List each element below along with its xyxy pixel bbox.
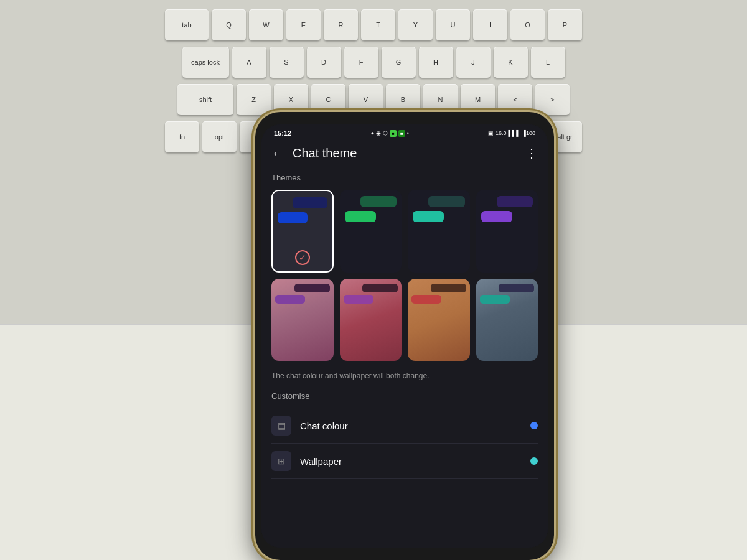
theme-photo2-msg-top <box>362 284 398 292</box>
signal-bars: ▌▌▌ <box>508 130 520 136</box>
key-z: Z <box>237 84 271 115</box>
key-j: J <box>456 47 491 78</box>
themes-section-label: Themes <box>271 173 538 182</box>
theme-dark-msg-top <box>293 197 327 208</box>
key-l: L <box>531 47 565 78</box>
theme-photo-pink-red[interactable] <box>340 279 402 362</box>
wifi-icon: ● <box>371 130 374 136</box>
key-a: A <box>232 47 266 78</box>
theme-purple[interactable] <box>476 190 538 273</box>
status-time: 15:12 <box>274 129 291 137</box>
status-icons: ● ◉ ⬡ ■ ■ • <box>371 130 409 137</box>
chat-colour-dot <box>530 422 538 429</box>
themes-grid: ✓ <box>271 190 538 361</box>
title-bar: ← Chat theme ⋮ <box>261 139 548 167</box>
battery-green2: ■ <box>398 130 405 137</box>
theme-dark[interactable]: ✓ <box>271 190 334 273</box>
theme-green-msg-bottom <box>345 211 376 222</box>
theme-green[interactable] <box>340 190 402 273</box>
key-lt: < <box>498 84 532 115</box>
key-h: H <box>419 47 453 78</box>
theme-photo3-msg-bottom <box>411 295 441 304</box>
key-t: T <box>361 9 395 40</box>
key-tab: tab <box>165 9 209 40</box>
key-k: K <box>494 47 528 78</box>
theme-teal-msg-bottom <box>413 211 444 222</box>
key-d: D <box>307 47 341 78</box>
selected-checkmark: ✓ <box>295 250 310 265</box>
chat-colour-label: Chat colour <box>300 421 530 431</box>
key-opt: opt <box>202 121 237 152</box>
key-capslock: caps lock <box>182 47 229 78</box>
key-u: U <box>436 9 470 40</box>
phone-screen: 15:12 ● ◉ ⬡ ■ ■ • ▣ 16.0 ▌▌▌ ▐100 ← Chat… <box>261 124 548 548</box>
key-f: F <box>344 47 378 78</box>
back-button[interactable]: ← <box>271 146 284 161</box>
key-w: W <box>249 9 283 40</box>
theme-photo1-msg-bottom <box>275 295 305 304</box>
key-n: N <box>423 84 458 115</box>
key-shift: shift <box>177 84 233 115</box>
key-b: B <box>386 84 420 115</box>
theme-photo-coastal[interactable] <box>476 279 538 362</box>
theme-photo4-msg-bottom <box>480 295 510 304</box>
theme-photo3-msg-top <box>431 284 466 292</box>
phone-device: 15:12 ● ◉ ⬡ ■ ■ • ▣ 16.0 ▌▌▌ ▐100 ← Chat… <box>255 112 554 560</box>
theme-photo1-msg-top <box>294 284 330 292</box>
status-right: ▣ 16.0 ▌▌▌ ▐100 <box>488 130 535 136</box>
chat-colour-row[interactable]: ▤ Chat colour <box>271 408 538 444</box>
note-text: The chat colour and wallpaper will both … <box>271 371 538 381</box>
key-x: X <box>274 84 308 115</box>
theme-photo2-msg-bottom <box>344 295 374 304</box>
customise-label: Customise <box>271 391 538 401</box>
key-o: O <box>510 9 545 40</box>
key-y: Y <box>398 9 433 40</box>
status-bar: 15:12 ● ◉ ⬡ ■ ■ • ▣ 16.0 ▌▌▌ ▐100 <box>261 124 548 139</box>
key-p: P <box>548 9 582 40</box>
theme-photo4-msg-top <box>499 284 534 292</box>
theme-teal[interactable] <box>408 190 470 273</box>
theme-purple-msg-bottom <box>481 211 512 222</box>
key-g: G <box>382 47 416 78</box>
key-v: V <box>349 84 383 115</box>
dot-indicator: • <box>407 130 409 136</box>
bt-icon: ⬡ <box>383 130 388 136</box>
theme-photo-orange[interactable] <box>408 279 470 362</box>
key-r: R <box>324 9 358 40</box>
theme-dark-msg-bottom <box>278 212 308 223</box>
theme-photo-pink-mauve[interactable] <box>271 279 334 362</box>
key-q: Q <box>212 9 246 40</box>
battery-green: ■ <box>390 130 397 137</box>
battery-full: ▐100 <box>522 130 535 136</box>
chat-colour-icon: ▤ <box>271 416 291 436</box>
theme-teal-msg-top <box>428 196 464 207</box>
signal-icon: ◉ <box>376 130 381 136</box>
key-i: I <box>473 9 507 40</box>
data-indicator: ▣ 16.0 <box>488 130 506 136</box>
key-e: E <box>286 9 321 40</box>
theme-purple-msg-top <box>497 196 533 207</box>
more-options-button[interactable]: ⋮ <box>525 146 538 161</box>
key-fn: fn <box>165 121 199 152</box>
theme-green-msg-top <box>360 196 397 207</box>
wallpaper-dot <box>530 457 538 465</box>
content-area: Themes ✓ <box>261 167 548 548</box>
key-c: C <box>311 84 345 115</box>
key-s: S <box>270 47 304 78</box>
key-m: M <box>461 84 495 115</box>
page-title: Chat theme <box>293 146 525 161</box>
wallpaper-label: Wallpaper <box>300 456 530 467</box>
key-gt: > <box>535 84 570 115</box>
wallpaper-row[interactable]: ⊞ Wallpaper <box>271 444 538 479</box>
wallpaper-icon: ⊞ <box>271 451 291 471</box>
